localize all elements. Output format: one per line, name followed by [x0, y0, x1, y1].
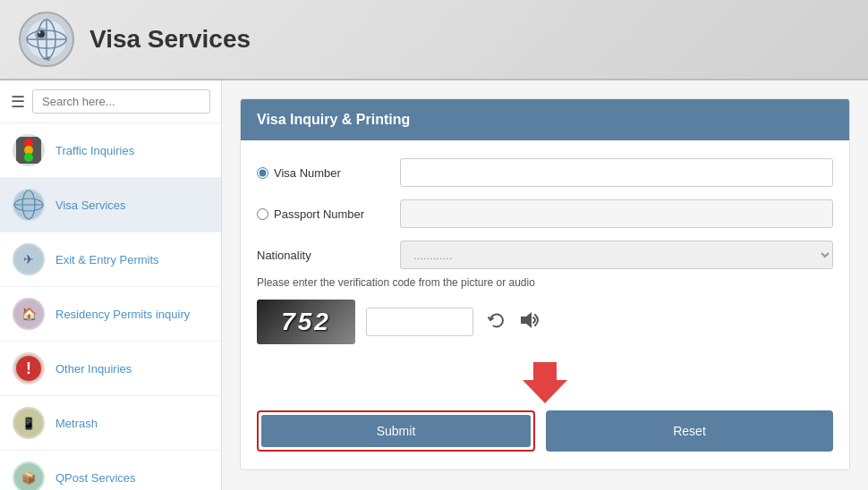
- sidebar-item-metrash[interactable]: 📱 Metrash: [0, 396, 221, 451]
- passport-number-radio[interactable]: [257, 208, 268, 220]
- svg-text:📦: 📦: [21, 470, 37, 486]
- visa-number-radio[interactable]: [257, 167, 268, 179]
- other-icon: !: [13, 352, 45, 384]
- captcha-image: 752: [257, 300, 355, 344]
- sidebar-items-list: Traffic Inquiries Visa Services: [0, 123, 221, 490]
- sidebar-label-qpost: QPost Services: [55, 471, 136, 485]
- captcha-actions: [484, 308, 543, 337]
- verification-hint: Please enter the verification code from …: [257, 276, 833, 289]
- sidebar-item-residency[interactable]: 🏠 Residency Permits inquiry: [0, 287, 221, 342]
- svg-marker-29: [521, 312, 532, 328]
- arrow-container: [257, 362, 833, 403]
- reset-button[interactable]: Reset: [546, 410, 833, 452]
- svg-marker-30: [523, 362, 567, 403]
- submit-button-wrapper: Submit: [257, 410, 535, 452]
- passport-number-label: Passport Number: [274, 207, 364, 221]
- visa-icon: [13, 189, 45, 221]
- svg-text:🏠: 🏠: [21, 307, 38, 322]
- form-card-header: Visa Inquiry & Printing: [241, 99, 849, 140]
- nationality-select[interactable]: ............ Qatar Saudi Arabia UAE Kuwa…: [400, 241, 833, 269]
- sidebar-label-exit: Exit & Entry Permits: [55, 253, 159, 266]
- nationality-row: Nationality ............ Qatar Saudi Ara…: [257, 241, 833, 269]
- sidebar-item-traffic[interactable]: Traffic Inquiries: [0, 123, 221, 178]
- svg-point-13: [24, 153, 33, 162]
- captcha-row: 752: [257, 300, 833, 344]
- svg-point-8: [38, 30, 41, 33]
- passport-radio-group: Passport Number: [257, 207, 391, 221]
- nationality-label: Nationality: [257, 249, 391, 262]
- sidebar-item-exit[interactable]: ✈ Exit & Entry Permits: [0, 232, 221, 287]
- captcha-refresh-button[interactable]: [484, 308, 509, 337]
- sidebar-item-qpost[interactable]: 📦 QPost Services: [0, 451, 221, 490]
- buttons-row: Submit Reset: [257, 410, 833, 452]
- captcha-audio-button[interactable]: [516, 308, 543, 337]
- svg-text:✈: ✈: [23, 252, 34, 266]
- sidebar-label-traffic: Traffic Inquiries: [55, 144, 134, 157]
- visa-number-label: Visa Number: [274, 166, 341, 180]
- metrash-icon: 📱: [13, 407, 45, 439]
- sidebar-item-visa[interactable]: Visa Services: [0, 178, 221, 232]
- form-title: Visa Inquiry & Printing: [257, 112, 410, 127]
- main-content: Visa Inquiry & Printing Visa Number Pass…: [222, 80, 868, 490]
- svg-text:!: !: [26, 359, 31, 377]
- search-input[interactable]: [32, 89, 210, 114]
- main-layout: ☰ Traffic Inquiries: [0, 80, 868, 490]
- down-arrow-icon: [523, 362, 567, 403]
- passport-number-row: Passport Number: [257, 199, 833, 228]
- sidebar-label-visa: Visa Services: [55, 199, 126, 212]
- app-logo: +6: [18, 11, 76, 69]
- sidebar-label-other: Other Inquiries: [55, 362, 132, 376]
- visa-number-input[interactable]: [400, 158, 833, 187]
- residency-icon: 🏠: [13, 298, 45, 330]
- qpost-icon: 📦: [13, 461, 45, 490]
- sidebar-label-metrash: Metrash: [55, 417, 98, 430]
- hamburger-icon[interactable]: ☰: [11, 92, 25, 112]
- app-header: +6 Visa Services: [0, 0, 868, 80]
- captcha-input[interactable]: [366, 308, 473, 336]
- passport-number-input[interactable]: [400, 199, 833, 228]
- app-title: Visa Services: [89, 25, 251, 54]
- sidebar-label-residency: Residency Permits inquiry: [55, 308, 190, 321]
- exit-icon: ✈: [13, 243, 45, 275]
- visa-radio-group: Visa Number: [257, 166, 391, 180]
- svg-text:+6: +6: [43, 55, 50, 62]
- sidebar-item-other[interactable]: ! Other Inquiries: [0, 342, 221, 396]
- traffic-icon: [13, 134, 45, 166]
- sidebar-search-bar: ☰: [0, 80, 221, 123]
- sidebar: ☰ Traffic Inquiries: [0, 80, 222, 490]
- form-card-body: Visa Number Passport Number Nationality: [241, 140, 849, 469]
- form-card: Visa Inquiry & Printing Visa Number Pass…: [240, 98, 850, 470]
- svg-text:📱: 📱: [21, 416, 37, 431]
- visa-number-row: Visa Number: [257, 158, 833, 187]
- submit-button[interactable]: Submit: [261, 415, 531, 447]
